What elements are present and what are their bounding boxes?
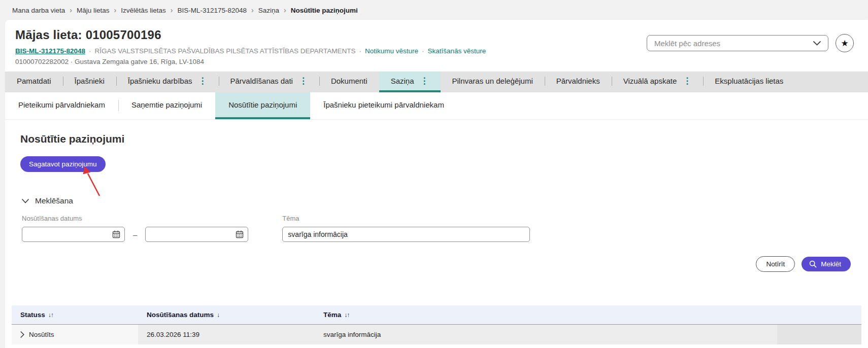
column-label: Nosūtīšanas datums bbox=[147, 311, 214, 319]
tab-sazina[interactable]: Saziņa⋮ bbox=[379, 72, 441, 92]
tab-label: Ekspluatācijas lietas bbox=[715, 77, 783, 85]
breadcrumb-separator-icon: › bbox=[284, 6, 286, 14]
search-button[interactable]: Meklēt bbox=[802, 257, 851, 271]
address-search-select[interactable]: Meklēt pēc adreses bbox=[647, 35, 828, 51]
chevron-down-icon bbox=[22, 199, 29, 203]
subtab-sanemtie-pazinojumi[interactable]: Saņemtie paziņojumi bbox=[118, 92, 215, 119]
search-form: Nosūtīšanas datums – Tēma bbox=[22, 215, 853, 242]
tab-label: Saziņa bbox=[391, 77, 414, 85]
prepare-notification-button[interactable]: Sagatavot paziņojumu bbox=[20, 156, 106, 172]
case-number-link[interactable]: BIS-ML-312175-82048 bbox=[15, 47, 85, 55]
tab-ipasnieki[interactable]: Īpašnieki bbox=[63, 72, 116, 92]
sort-arrows-icon[interactable]: ↓↑ bbox=[344, 311, 349, 319]
subtab-label: Saņemtie paziņojumi bbox=[131, 100, 202, 109]
search-button-label: Meklēt bbox=[821, 260, 841, 268]
calendar-icon[interactable] bbox=[236, 230, 244, 238]
tab-label: Īpašnieki bbox=[75, 77, 105, 85]
column-header-datums[interactable]: Nosūtīšanas datums ↓ bbox=[138, 305, 315, 324]
subtab-ipasnieku-pieteikumi[interactable]: Īpašnieku pieteikumi pārvaldniekam bbox=[310, 92, 457, 119]
tab-dokumenti[interactable]: Dokumenti bbox=[319, 72, 379, 92]
column-header-tema[interactable]: Tēma ↓↑ bbox=[315, 305, 777, 324]
calendar-icon[interactable] bbox=[112, 230, 120, 238]
breadcrumb-item[interactable]: Saziņa bbox=[258, 7, 279, 14]
tab-vizuala-apskate[interactable]: Vizuālā apskate⋮ bbox=[612, 72, 704, 92]
tab-parvaldnieks[interactable]: Pārvaldnieks bbox=[545, 72, 612, 92]
row-status: Nosūtīts bbox=[29, 331, 54, 338]
subtab-label: Nosūtītie paziņojumi bbox=[228, 100, 297, 109]
clear-button[interactable]: Notīrīt bbox=[756, 256, 795, 272]
breadcrumb-item[interactable]: Mana darba vieta bbox=[12, 7, 65, 14]
tema-field: Tēma bbox=[282, 215, 530, 242]
tab-label: Īpašnieku darbības bbox=[128, 77, 192, 85]
dot-separator: · bbox=[359, 47, 361, 55]
kebab-menu-icon[interactable]: ⋮ bbox=[198, 77, 207, 85]
kebab-menu-icon[interactable]: ⋮ bbox=[420, 77, 429, 85]
row-date-cell: 26.03.2026 11:39 bbox=[138, 325, 315, 344]
sort-arrows-icon[interactable]: ↓ bbox=[217, 311, 219, 319]
case-header-left: Mājas lieta: 01005700196 BIS-ML-312175-8… bbox=[15, 28, 486, 65]
column-header-statuss[interactable]: Statuss ↓↑ bbox=[12, 305, 138, 324]
chevron-right-icon[interactable] bbox=[20, 331, 24, 338]
tab-parvaldisanas-dati[interactable]: Pārvaldīšanas dati⋮ bbox=[219, 72, 319, 92]
tab-label: Pārvaldīšanas dati bbox=[230, 77, 293, 85]
address-search-placeholder: Meklēt pēc adreses bbox=[654, 39, 720, 48]
favorite-star-button[interactable]: ★ bbox=[836, 34, 854, 52]
subtab-nosutitie-pazinojumi[interactable]: Nosūtītie paziņojumi bbox=[215, 92, 310, 119]
date-range-label: Nosūtīšanas datums bbox=[22, 215, 248, 222]
date-from-input[interactable] bbox=[22, 227, 125, 242]
subtab-pieteikumi-parvaldniekam[interactable]: Pieteikumi pārvaldniekam bbox=[5, 92, 118, 119]
date-to-input[interactable] bbox=[145, 227, 248, 242]
subtab-label: Īpašnieku pieteikumi pārvaldniekam bbox=[323, 100, 444, 109]
subtab-label: Pieteikumi pārvaldniekam bbox=[18, 100, 105, 109]
case-card: Mājas lieta: 01005700196 BIS-ML-312175-8… bbox=[5, 20, 868, 348]
chevron-down-icon bbox=[813, 41, 821, 46]
organization-name: RĪGAS VALSTSPILSĒTAS PAŠVALDĪBAS PILSĒTA… bbox=[95, 47, 356, 55]
viewing-history-link[interactable]: Skatīšanās vēsture bbox=[428, 47, 486, 55]
dot-separator: · bbox=[422, 47, 424, 55]
sub-tabbar: Pieteikumi pārvaldniekam Saņemtie paziņo… bbox=[5, 92, 868, 120]
kebab-menu-icon[interactable]: ⋮ bbox=[683, 77, 691, 85]
breadcrumb-separator-icon: › bbox=[171, 6, 173, 14]
row-status-cell[interactable]: Nosūtīts bbox=[12, 325, 138, 344]
date-range-inputs: – bbox=[22, 227, 248, 242]
tab-label: Pamatdati bbox=[17, 77, 51, 85]
search-section-title: Meklēšana bbox=[35, 196, 73, 205]
case-header-right: Meklēt pēc adreses ★ bbox=[647, 28, 854, 52]
tab-label: Pārvaldnieks bbox=[556, 77, 600, 85]
breadcrumb-current: Nosūtītie paziņojumi bbox=[291, 7, 358, 14]
table-row[interactable]: Nosūtīts 26.03.2026 11:39 svarīga inform… bbox=[12, 325, 861, 344]
tab-pilnvaras[interactable]: Pilnvaras un deleģējumi bbox=[441, 72, 545, 92]
breadcrumb-separator-icon: › bbox=[70, 6, 72, 14]
column-label: Tēma bbox=[323, 311, 341, 319]
date-range-dash: – bbox=[133, 230, 137, 239]
search-section-toggle[interactable]: Meklēšana bbox=[22, 196, 73, 205]
tema-label: Tēma bbox=[282, 215, 530, 222]
date-from-field[interactable] bbox=[26, 230, 112, 238]
sort-arrows-icon[interactable]: ↓↑ bbox=[48, 311, 53, 319]
cadastre-address-line: 01000702282002 · Gustava Zemgala gatve 1… bbox=[15, 58, 486, 65]
breadcrumb-item[interactable]: Māju lietas bbox=[77, 7, 110, 14]
date-to-field[interactable] bbox=[150, 230, 236, 238]
events-history-link[interactable]: Notikumu vēsture bbox=[365, 47, 418, 55]
tab-label: Dokumenti bbox=[331, 77, 368, 85]
date-range-field: Nosūtīšanas datums – bbox=[22, 215, 248, 242]
search-actions: Notīrīt Meklēt bbox=[20, 256, 853, 272]
tema-input[interactable] bbox=[282, 227, 530, 242]
tab-ekspluatacijas-lietas[interactable]: Ekspluatācijas lietas bbox=[703, 72, 795, 92]
case-meta-line: BIS-ML-312175-82048 · RĪGAS VALSTSPILSĒT… bbox=[15, 47, 486, 55]
row-date: 26.03.2026 11:39 bbox=[147, 331, 199, 338]
breadcrumb-item[interactable]: Izvēlētās lietas bbox=[121, 7, 166, 14]
row-tema-cell: svarīga informācija bbox=[315, 325, 777, 344]
kebab-menu-icon[interactable]: ⋮ bbox=[299, 77, 308, 85]
row-actions-cell bbox=[777, 325, 861, 344]
tab-ipasnieku-darbibas[interactable]: Īpašnieku darbības⋮ bbox=[116, 72, 219, 92]
tab-pamatdati[interactable]: Pamatdati bbox=[5, 72, 63, 92]
content-area: Nosūtītie paziņojumi Sagatavot paziņojum… bbox=[5, 120, 868, 272]
tab-label: Pilnvaras un deleģējumi bbox=[452, 77, 533, 85]
row-tema: svarīga informācija bbox=[323, 331, 381, 338]
tab-label: Vizuālā apskate bbox=[623, 77, 677, 85]
breadcrumb-item[interactable]: BIS-ML-312175-82048 bbox=[177, 7, 247, 14]
column-header-actions bbox=[777, 305, 861, 324]
search-icon bbox=[809, 260, 817, 268]
table-header-row: Statuss ↓↑ Nosūtīšanas datums ↓ Tēma ↓↑ bbox=[12, 305, 861, 325]
